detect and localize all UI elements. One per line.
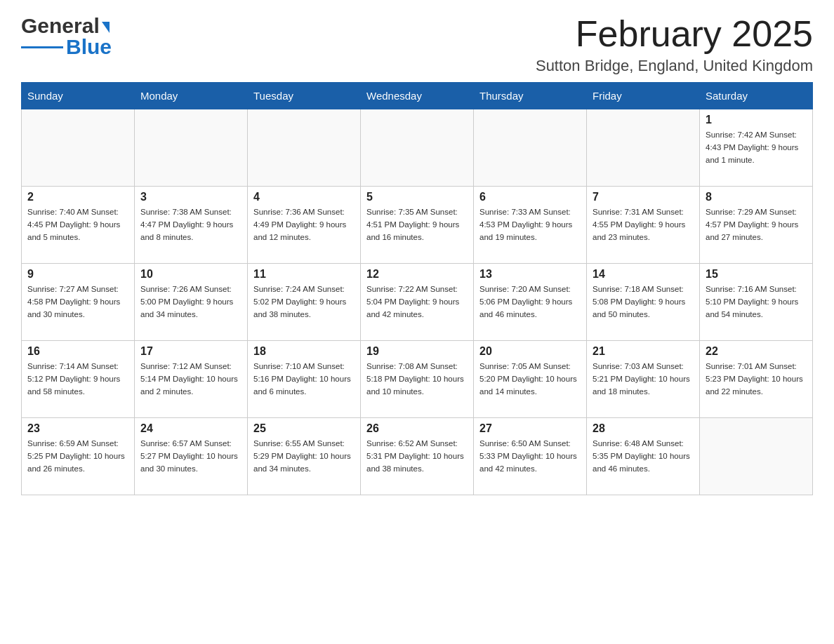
calendar-cell: 10Sunrise: 7:26 AM Sunset: 5:00 PM Dayli… [135,264,248,341]
calendar-cell [587,109,700,187]
day-info: Sunrise: 7:12 AM Sunset: 5:14 PM Dayligh… [140,361,241,398]
day-number: 22 [706,345,807,358]
day-info: Sunrise: 7:36 AM Sunset: 4:49 PM Dayligh… [253,206,355,243]
day-info: Sunrise: 7:33 AM Sunset: 4:53 PM Dayligh… [479,206,581,243]
calendar-cell: 17Sunrise: 7:12 AM Sunset: 5:14 PM Dayli… [135,341,248,418]
day-number: 4 [253,191,355,203]
calendar-cell: 1Sunrise: 7:42 AM Sunset: 4:43 PM Daylig… [700,109,813,187]
calendar-cell [135,109,248,187]
day-number: 21 [593,345,694,358]
day-info: Sunrise: 6:52 AM Sunset: 5:31 PM Dayligh… [366,438,468,475]
day-info: Sunrise: 7:24 AM Sunset: 5:02 PM Dayligh… [253,283,355,321]
weekday-header-monday: Monday [135,83,248,109]
day-number: 14 [593,268,694,281]
calendar-cell: 14Sunrise: 7:18 AM Sunset: 5:08 PM Dayli… [587,264,700,341]
calendar-cell: 27Sunrise: 6:50 AM Sunset: 5:33 PM Dayli… [474,418,587,495]
calendar-cell: 23Sunrise: 6:59 AM Sunset: 5:25 PM Dayli… [22,418,135,495]
location-title: Sutton Bridge, England, United Kingdom [536,57,813,75]
day-info: Sunrise: 7:16 AM Sunset: 5:10 PM Dayligh… [706,283,807,321]
day-info: Sunrise: 7:38 AM Sunset: 4:47 PM Dayligh… [140,206,241,243]
day-info: Sunrise: 7:14 AM Sunset: 5:12 PM Dayligh… [27,361,128,398]
weekday-header-tuesday: Tuesday [248,83,361,109]
day-info: Sunrise: 6:59 AM Sunset: 5:25 PM Dayligh… [27,438,128,475]
day-number: 25 [253,422,355,435]
day-info: Sunrise: 6:48 AM Sunset: 5:35 PM Dayligh… [593,438,694,475]
calendar-cell: 13Sunrise: 7:20 AM Sunset: 5:06 PM Dayli… [474,264,587,341]
logo-line [21,46,63,48]
logo-triangle-icon [102,22,110,33]
calendar-cell: 16Sunrise: 7:14 AM Sunset: 5:12 PM Dayli… [22,341,135,418]
calendar-cell: 9Sunrise: 7:27 AM Sunset: 4:58 PM Daylig… [22,264,135,341]
calendar-cell: 21Sunrise: 7:03 AM Sunset: 5:21 PM Dayli… [587,341,700,418]
day-number: 19 [366,345,468,358]
day-number: 18 [253,345,355,358]
calendar-cell: 25Sunrise: 6:55 AM Sunset: 5:29 PM Dayli… [248,418,361,495]
calendar-cell: 5Sunrise: 7:35 AM Sunset: 4:51 PM Daylig… [361,187,474,264]
day-info: Sunrise: 7:29 AM Sunset: 4:57 PM Dayligh… [706,206,807,243]
day-number: 1 [706,114,807,126]
calendar-cell: 8Sunrise: 7:29 AM Sunset: 4:57 PM Daylig… [700,187,813,264]
day-info: Sunrise: 7:01 AM Sunset: 5:23 PM Dayligh… [706,361,807,398]
day-info: Sunrise: 7:42 AM Sunset: 4:43 PM Dayligh… [706,129,807,166]
weekday-header-saturday: Saturday [700,83,813,109]
day-number: 2 [27,191,128,203]
calendar-cell: 22Sunrise: 7:01 AM Sunset: 5:23 PM Dayli… [700,341,813,418]
day-number: 26 [366,422,468,435]
calendar-cell: 2Sunrise: 7:40 AM Sunset: 4:45 PM Daylig… [22,187,135,264]
calendar-cell [22,109,135,187]
day-number: 11 [253,268,355,281]
day-info: Sunrise: 7:03 AM Sunset: 5:21 PM Dayligh… [593,361,694,398]
day-info: Sunrise: 7:31 AM Sunset: 4:55 PM Dayligh… [593,206,694,243]
weekday-header-wednesday: Wednesday [361,83,474,109]
day-number: 13 [479,268,581,281]
weekday-header-thursday: Thursday [474,83,587,109]
calendar-table: SundayMondayTuesdayWednesdayThursdayFrid… [21,82,813,495]
day-info: Sunrise: 7:26 AM Sunset: 5:00 PM Dayligh… [140,283,241,321]
day-info: Sunrise: 6:50 AM Sunset: 5:33 PM Dayligh… [479,438,581,475]
calendar-cell: 24Sunrise: 6:57 AM Sunset: 5:27 PM Dayli… [135,418,248,495]
day-number: 24 [140,422,241,435]
calendar-cell: 15Sunrise: 7:16 AM Sunset: 5:10 PM Dayli… [700,264,813,341]
day-number: 16 [27,345,128,358]
logo-general: General [21,14,100,38]
day-number: 17 [140,345,241,358]
page-header: General Blue February 2025 Sutton Bridge… [21,14,813,75]
day-number: 5 [366,191,468,203]
title-section: February 2025 Sutton Bridge, England, Un… [536,14,813,75]
day-number: 15 [706,268,807,281]
day-info: Sunrise: 7:05 AM Sunset: 5:20 PM Dayligh… [479,361,581,398]
day-number: 8 [706,191,807,203]
calendar-cell [474,109,587,187]
day-info: Sunrise: 7:40 AM Sunset: 4:45 PM Dayligh… [27,206,128,243]
logo: General Blue [21,14,112,59]
month-title: February 2025 [536,14,813,54]
day-info: Sunrise: 7:35 AM Sunset: 4:51 PM Dayligh… [366,206,468,243]
calendar-cell: 12Sunrise: 7:22 AM Sunset: 5:04 PM Dayli… [361,264,474,341]
day-number: 27 [479,422,581,435]
calendar-cell [248,109,361,187]
day-info: Sunrise: 6:57 AM Sunset: 5:27 PM Dayligh… [140,438,241,475]
day-info: Sunrise: 7:22 AM Sunset: 5:04 PM Dayligh… [366,283,468,321]
day-info: Sunrise: 6:55 AM Sunset: 5:29 PM Dayligh… [253,438,355,475]
calendar-cell: 3Sunrise: 7:38 AM Sunset: 4:47 PM Daylig… [135,187,248,264]
day-info: Sunrise: 7:18 AM Sunset: 5:08 PM Dayligh… [593,283,694,321]
calendar-cell: 7Sunrise: 7:31 AM Sunset: 4:55 PM Daylig… [587,187,700,264]
calendar-cell: 26Sunrise: 6:52 AM Sunset: 5:31 PM Dayli… [361,418,474,495]
logo-blue: Blue [66,35,112,59]
day-info: Sunrise: 7:08 AM Sunset: 5:18 PM Dayligh… [366,361,468,398]
calendar-cell: 19Sunrise: 7:08 AM Sunset: 5:18 PM Dayli… [361,341,474,418]
calendar-cell [700,418,813,495]
calendar-cell: 11Sunrise: 7:24 AM Sunset: 5:02 PM Dayli… [248,264,361,341]
calendar-cell [361,109,474,187]
day-number: 6 [479,191,581,203]
day-info: Sunrise: 7:27 AM Sunset: 4:58 PM Dayligh… [27,283,128,321]
day-number: 12 [366,268,468,281]
weekday-header-friday: Friday [587,83,700,109]
day-number: 20 [479,345,581,358]
calendar-cell: 18Sunrise: 7:10 AM Sunset: 5:16 PM Dayli… [248,341,361,418]
day-number: 28 [593,422,694,435]
calendar-cell: 6Sunrise: 7:33 AM Sunset: 4:53 PM Daylig… [474,187,587,264]
calendar-cell: 28Sunrise: 6:48 AM Sunset: 5:35 PM Dayli… [587,418,700,495]
calendar-cell: 4Sunrise: 7:36 AM Sunset: 4:49 PM Daylig… [248,187,361,264]
weekday-header-sunday: Sunday [22,83,135,109]
